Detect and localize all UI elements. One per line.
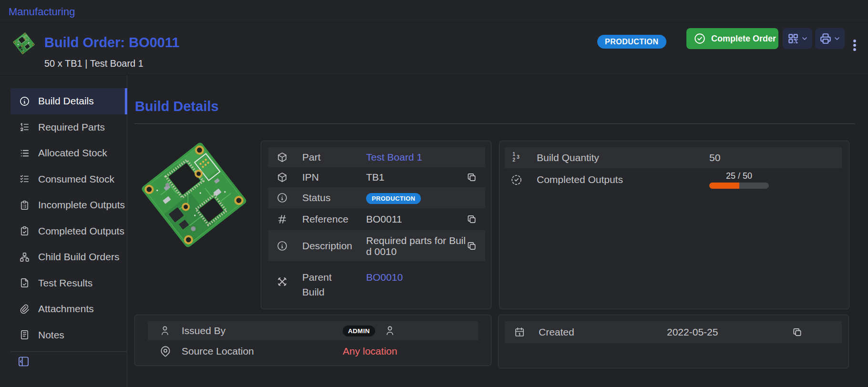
- copy-icon: [466, 240, 477, 251]
- progress-bar-fill: [709, 183, 739, 189]
- sidebar-collapse-button[interactable]: [17, 355, 30, 368]
- chevron-down-icon: [801, 35, 808, 42]
- svg-text:2: 2: [512, 157, 515, 162]
- created-panel: Created 2022-05-25: [498, 315, 849, 368]
- part-link[interactable]: Test Board 1: [366, 152, 485, 163]
- sidebar-item-test-results[interactable]: Test Results: [10, 270, 127, 296]
- part-thumbnail-image[interactable]: [12, 32, 35, 55]
- parent-build-link[interactable]: BO0010: [366, 272, 485, 283]
- build-details-panel: Part Test Board 1 IPN TB1 Status PRODUCT…: [261, 141, 491, 309]
- part-image[interactable]: [139, 140, 249, 250]
- breadcrumb-link-manufacturing[interactable]: Manufacturing: [9, 6, 75, 18]
- sidebar-item-notes[interactable]: Notes: [10, 322, 127, 348]
- barcode-actions-button[interactable]: [783, 28, 812, 49]
- admin-badge: ADMIN: [343, 326, 375, 336]
- detail-row-parent-build: Parent Build BO0010: [268, 261, 485, 305]
- sidebar-item-child-build-orders[interactable]: Child Build Orders: [10, 244, 127, 270]
- list-icon: [19, 148, 30, 159]
- svg-text:1: 1: [512, 152, 515, 157]
- info-circle-icon: [276, 192, 288, 204]
- detail-row-status: Status PRODUCTION: [268, 187, 485, 208]
- hash-icon: [276, 214, 288, 225]
- circle-check-icon: [694, 32, 706, 45]
- tools-cross-icon: [276, 276, 288, 287]
- detail-row-reference: Reference BO0011: [268, 208, 485, 230]
- detail-row-issued-by: Issued By ADMIN: [148, 321, 478, 340]
- detail-row-source-location: Source Location Any location: [148, 340, 478, 362]
- issued-by-panel: Issued By ADMIN Source Location Any loca…: [134, 315, 491, 366]
- calendar-icon: [514, 326, 525, 338]
- progress-check-icon: [511, 174, 522, 186]
- status-badge: PRODUCTION: [366, 193, 421, 204]
- sidebar-item-build-details[interactable]: Build Details: [10, 88, 127, 114]
- user-icon: [384, 325, 396, 336]
- chevron-down-icon: [833, 35, 841, 42]
- sidebar-divider: [10, 351, 127, 352]
- detail-row-build-quantity: 123 Build Quantity 50: [505, 147, 842, 168]
- box-icon: [276, 152, 288, 163]
- numbers-123-icon: 123: [511, 151, 523, 163]
- copy-button[interactable]: [466, 214, 477, 225]
- info-circle-icon: [19, 96, 30, 107]
- detail-row-created: Created 2022-05-25: [505, 321, 842, 343]
- printer-icon: [819, 32, 832, 45]
- status-badge: PRODUCTION: [597, 35, 666, 49]
- section-divider: [134, 123, 855, 124]
- copy-icon: [466, 214, 477, 225]
- options-menu-button[interactable]: [852, 39, 858, 51]
- sidebar-item-completed-outputs[interactable]: Completed Outputs: [10, 218, 127, 244]
- page-title: Build Order: BO0011: [44, 35, 180, 51]
- sidebar-item-incomplete-outputs[interactable]: Incomplete Outputs: [10, 192, 127, 218]
- copy-button[interactable]: [792, 327, 803, 338]
- progress-bar: [709, 183, 769, 189]
- completed-outputs-progress: 25 / 50: [709, 171, 769, 189]
- page-subtitle: 50 x TB1 | Test Board 1: [44, 58, 143, 69]
- copy-button[interactable]: [466, 172, 477, 183]
- clipboard-check-icon: [19, 225, 30, 236]
- detail-row-ipn: IPN TB1: [268, 167, 485, 187]
- list-numbers-icon: [19, 122, 30, 132]
- svg-text:3: 3: [517, 154, 520, 160]
- complete-order-button[interactable]: Complete Order: [686, 28, 778, 49]
- copy-icon: [792, 327, 803, 338]
- page-header: Build Order: BO0011 50 x TB1 | Test Boar…: [0, 22, 868, 75]
- print-actions-button[interactable]: [815, 28, 845, 49]
- source-location-value: Any location: [343, 346, 478, 357]
- user-icon: [159, 325, 171, 336]
- qr-code-icon: [787, 32, 799, 45]
- build-quantity-panel: 123 Build Quantity 50 Completed Outputs …: [499, 141, 849, 309]
- detail-row-description: Description Required parts for Build 001…: [268, 230, 485, 261]
- clipboard-list-icon: [19, 200, 30, 211]
- detail-row-completed-outputs: Completed Outputs 25 / 50: [505, 168, 842, 191]
- sidebar-item-attachments[interactable]: Attachments: [10, 296, 127, 322]
- section-heading: Build Details: [135, 99, 219, 114]
- panel-collapse-left-icon: [17, 355, 30, 368]
- file-check-icon: [19, 277, 30, 288]
- list-check-icon: [19, 173, 30, 184]
- notes-icon: [19, 329, 30, 340]
- sidebar-item-consumed-stock[interactable]: Consumed Stock: [10, 166, 127, 193]
- copy-button[interactable]: [466, 240, 477, 251]
- sitemap-icon: [19, 252, 30, 263]
- detail-row-part: Part Test Board 1: [268, 147, 485, 167]
- info-circle-icon: [276, 240, 288, 252]
- sidebar-item-required-parts[interactable]: Required Parts: [10, 114, 127, 141]
- sidebar: Build Details Required Parts Allocated S…: [10, 88, 127, 348]
- copy-icon: [466, 172, 477, 183]
- dots-vertical-icon: [852, 39, 858, 51]
- box-icon: [276, 172, 288, 183]
- sidebar-item-allocated-stock[interactable]: Allocated Stock: [10, 140, 127, 166]
- sidebar-divider-vertical: [127, 75, 127, 387]
- paperclip-icon: [19, 304, 30, 315]
- map-pin-icon: [159, 345, 172, 357]
- breadcrumb-bar: Manufacturing: [0, 0, 868, 22]
